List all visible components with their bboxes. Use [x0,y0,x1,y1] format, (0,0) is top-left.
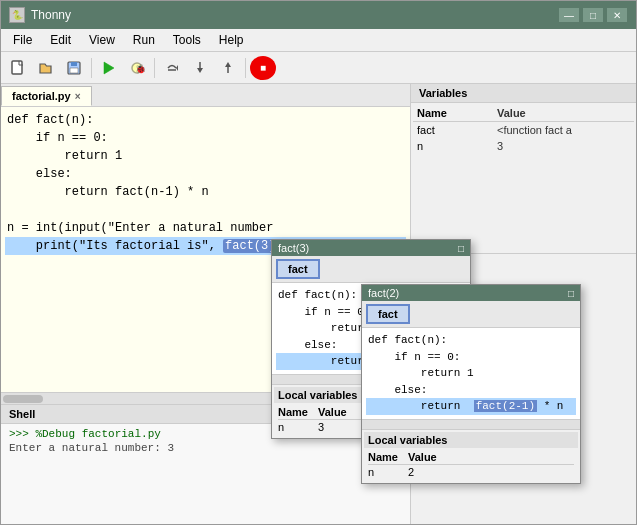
svg-marker-10 [197,68,203,73]
debug-title-bar-fact2: fact(2) □ [362,285,580,301]
code-line-6 [5,201,406,219]
dl-col-name-fact2: Name [368,451,408,463]
save-file-button[interactable] [61,56,87,80]
menu-bar: File Edit View Run Tools Help [1,29,636,52]
menu-file[interactable]: File [5,31,40,49]
editor-tab-bar: factorial.py × [1,84,410,107]
debug-code2-line-5: return fact(2-1) * n [366,398,576,415]
shell-prompt: >>> [9,428,29,440]
code-line-5: return fact(n-1) * n [5,183,406,201]
run-button[interactable] [96,56,122,80]
menu-run[interactable]: Run [125,31,163,49]
shell-output: Enter a natural number: 3 [9,442,402,454]
svg-marker-12 [225,62,231,67]
debug-func-btn-fact2[interactable]: fact [366,304,410,324]
main-area: factorial.py × def fact(n): if n == 0: r… [1,84,636,524]
debug-locals-table-fact2: Name Value n 2 [364,448,578,481]
editor-tab-factorial[interactable]: factorial.py × [1,86,92,106]
variables-panel-header: Variables [411,84,636,103]
debug-window-title-fact2: fact(2) [368,287,399,299]
open-file-button[interactable] [33,56,59,80]
svg-rect-0 [12,61,22,74]
debug-local-n-fact2: n 2 [368,465,574,479]
debug-code2-line-2: if n == 0: [366,349,576,366]
var-name-fact: fact [417,124,497,136]
variables-table: Name Value fact <function fact a n 3 [411,103,636,156]
title-bar-left: 🐍 Thonny [9,7,71,23]
dl-n-name-fact2: n [368,466,408,478]
debug-inline-expr: fact(2-1) [474,400,537,412]
highlighted-expression: fact(3) [223,239,277,253]
code-line-3: return 1 [5,147,406,165]
var-row-n: n 3 [413,138,634,154]
shell-content[interactable]: >>> %Debug factorial.py Enter a natural … [1,424,410,524]
menu-help[interactable]: Help [211,31,252,49]
debug-scrollbar-fact2[interactable] [362,419,580,429]
tab-close-icon[interactable]: × [75,91,81,102]
var-value-n: 3 [497,140,630,152]
var-row-fact: fact <function fact a [413,122,634,138]
debug-code-fact2: def fact(n): if n == 0: return 1 else: r… [362,328,580,419]
dl-col-name-fact3: Name [278,406,318,418]
debug-btn-row-fact2: fact [362,301,580,328]
step-out-button[interactable] [215,56,241,80]
dl-n-name-fact3: n [278,421,318,433]
debug-locals-title-fact2: Local variables [364,432,578,448]
svg-marker-4 [104,62,114,74]
variables-header-row: Name Value [413,105,634,122]
tab-label: factorial.py [12,90,71,102]
stop-button[interactable]: ■ [250,56,276,80]
debug-code2-line-3: return 1 [366,365,576,382]
step-over-button[interactable] [159,56,185,80]
code-line-1: def fact(n): [5,111,406,129]
var-col-name: Name [417,107,497,119]
code-line-7: n = int(input("Enter a natural number [5,219,406,237]
menu-view[interactable]: View [81,31,123,49]
menu-tools[interactable]: Tools [165,31,209,49]
maximize-button[interactable]: □ [582,7,604,23]
debug-btn-row-fact3: fact [272,256,470,283]
debug-title-bar-fact3: fact(3) □ [272,240,470,256]
var-col-value: Value [497,107,630,119]
toolbar-separator-2 [154,58,155,78]
close-button[interactable]: ✕ [606,7,628,23]
code-line-2: if n == 0: [5,129,406,147]
debug-locals-header-row-fact2: Name Value [368,450,574,465]
variables-panel: Variables Name Value fact <function fact… [411,84,636,254]
svg-marker-7 [176,65,178,71]
main-window: 🐍 Thonny — □ ✕ File Edit View Run Tools … [0,0,637,525]
debug-button[interactable]: 🐞 [124,56,150,80]
debug-code2-line-4: else: [366,382,576,399]
debug-window-title-fact3: fact(3) [278,242,309,254]
debug-window-fact2[interactable]: fact(2) □ fact def fact(n): if n == 0: r… [361,284,581,484]
title-bar: 🐍 Thonny — □ ✕ [1,1,636,29]
svg-text:🐞: 🐞 [135,63,145,75]
dl-col-value-fact2: Value [408,451,574,463]
debug-func-btn-fact3[interactable]: fact [276,259,320,279]
svg-rect-3 [70,68,78,73]
window-controls: — □ ✕ [558,7,628,23]
step-into-button[interactable] [187,56,213,80]
minimize-button[interactable]: — [558,7,580,23]
window-title: Thonny [31,8,71,22]
toolbar: 🐞 ■ [1,52,636,84]
shell-command: %Debug factorial.py [35,428,160,440]
new-file-button[interactable] [5,56,31,80]
svg-rect-2 [71,62,77,66]
menu-edit[interactable]: Edit [42,31,79,49]
debug-locals-fact2: Local variables Name Value n 2 [362,429,580,483]
toolbar-separator-3 [245,58,246,78]
dl-n-value-fact2: 2 [408,466,574,478]
var-value-fact: <function fact a [497,124,630,136]
debug-code2-line-1: def fact(n): [366,332,576,349]
toolbar-separator-1 [91,58,92,78]
code-line-4: else: [5,165,406,183]
debug-close-fact3[interactable]: □ [458,243,464,254]
scrollbar-thumb[interactable] [3,395,43,403]
app-icon: 🐍 [9,7,25,23]
var-name-n: n [417,140,497,152]
debug-close-fact2[interactable]: □ [568,288,574,299]
